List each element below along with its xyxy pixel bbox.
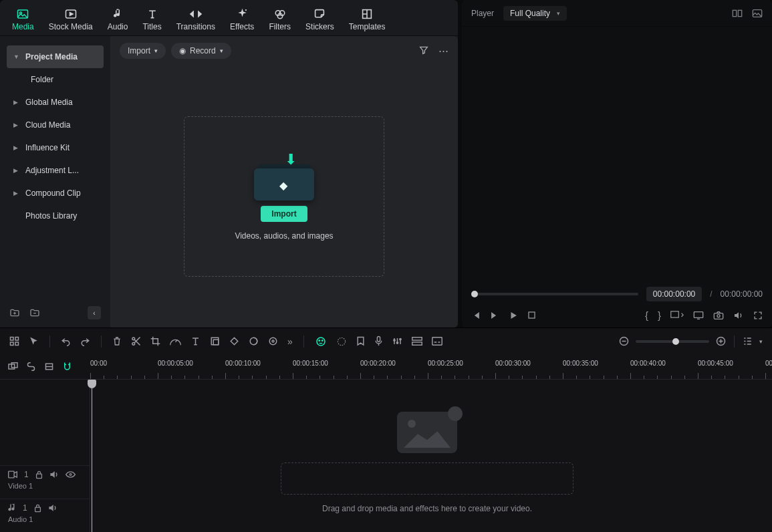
zoom-out-icon[interactable] xyxy=(619,336,629,346)
zoom-in-icon[interactable] xyxy=(716,336,726,346)
nav-tab-label: Titles xyxy=(142,22,161,31)
picture-icon[interactable] xyxy=(752,9,763,18)
import-dropdown[interactable]: Import ▾ xyxy=(120,43,166,59)
text-tool-icon[interactable] xyxy=(190,336,201,346)
sidebar-item-folder[interactable]: Folder xyxy=(7,68,104,91)
new-folder-icon[interactable] xyxy=(9,307,20,318)
zoom-slider[interactable] xyxy=(636,340,709,343)
tracks-icon[interactable] xyxy=(412,337,422,346)
step-forward-icon[interactable] xyxy=(490,311,499,320)
svg-rect-43 xyxy=(9,471,14,478)
mark-in-icon[interactable]: { xyxy=(645,309,648,321)
ai-tool-icon[interactable] xyxy=(315,336,327,348)
selection-tool-icon[interactable] xyxy=(29,336,39,346)
compare-view-icon[interactable] xyxy=(732,9,743,18)
sticker-icon xyxy=(313,7,326,21)
fullscreen-icon[interactable] xyxy=(753,311,763,320)
timeline-ruler[interactable]: 00:0000:00:05:0000:00:10:0000:00:15:0000… xyxy=(90,354,772,379)
collapse-sidebar-button[interactable]: ‹ xyxy=(88,306,101,319)
text-icon xyxy=(147,7,158,21)
sidebar-item-cloud-media[interactable]: ▶Cloud Media xyxy=(7,114,104,136)
marker-icon[interactable] xyxy=(356,336,365,347)
chevron-down-icon: ▾ xyxy=(220,47,223,54)
nav-tab-media[interactable]: Media xyxy=(5,4,41,35)
nav-tab-stock-media[interactable]: Stock Media xyxy=(42,4,100,35)
nav-tab-stickers[interactable]: Stickers xyxy=(299,4,341,35)
ruler-label: 00:00:25:00 xyxy=(428,360,463,367)
import-dropzone[interactable]: ◆ ⬇ Import Videos, audios, and images xyxy=(184,116,384,277)
lock-icon[interactable] xyxy=(34,504,41,513)
undo-icon[interactable] xyxy=(61,336,71,346)
color-icon[interactable] xyxy=(249,336,259,346)
svg-rect-19 xyxy=(15,342,19,346)
mute-icon[interactable] xyxy=(48,504,57,512)
nav-tab-effects[interactable]: Effects xyxy=(223,4,261,35)
music-icon xyxy=(113,7,122,21)
mute-icon[interactable] xyxy=(49,471,59,479)
record-label: Record xyxy=(190,46,216,55)
svg-rect-13 xyxy=(694,311,702,317)
mark-out-icon[interactable]: } xyxy=(658,309,661,321)
lock-icon[interactable] xyxy=(35,471,43,479)
more-tools-icon[interactable]: » xyxy=(287,336,293,347)
timeline-add-media-thumb[interactable]: + xyxy=(397,412,457,453)
chevron-down-icon[interactable]: ▾ xyxy=(759,338,763,345)
monitor-icon[interactable] xyxy=(693,311,704,320)
player-quality-select[interactable]: Full Quality ▾ xyxy=(503,6,567,21)
adjust-icon[interactable] xyxy=(268,336,278,346)
render-icon[interactable] xyxy=(336,336,347,347)
nav-tab-label: Media xyxy=(12,22,34,31)
nav-tab-transitions[interactable]: Transitions xyxy=(170,4,222,35)
import-button[interactable]: Import xyxy=(261,206,307,222)
svg-rect-11 xyxy=(529,312,535,318)
sidebar-item-photos-library[interactable]: Photos Library xyxy=(7,205,104,227)
record-dropdown[interactable]: ◉ Record ▾ xyxy=(171,43,231,59)
nav-tab-audio[interactable]: Audio xyxy=(101,4,135,35)
nav-tab-label: Stock Media xyxy=(49,22,93,31)
crop-icon[interactable] xyxy=(150,336,160,346)
nav-tab-titles[interactable]: Titles xyxy=(136,4,168,35)
tl-magnet-icon[interactable] xyxy=(62,362,72,372)
mic-icon[interactable] xyxy=(374,336,383,347)
audio-mixer-icon[interactable] xyxy=(392,336,402,346)
keyframe-icon[interactable] xyxy=(229,336,239,346)
svg-rect-44 xyxy=(36,474,41,479)
redo-icon[interactable] xyxy=(80,336,90,346)
sidebar-item-label: Compound Clip xyxy=(25,188,81,198)
remove-folder-icon[interactable] xyxy=(29,307,40,318)
split-icon[interactable] xyxy=(131,336,141,346)
timeline-view-icon[interactable] xyxy=(743,336,753,346)
speed-icon[interactable] xyxy=(170,337,181,346)
delete-icon[interactable] xyxy=(112,336,122,346)
sidebar-item-compound-clip[interactable]: ▶Compound Clip xyxy=(7,182,104,205)
play-icon[interactable] xyxy=(509,311,518,320)
filter-icon[interactable] xyxy=(418,45,429,57)
timeline-canvas[interactable]: + Drag and drop media and effects here t… xyxy=(90,380,772,532)
stop-icon[interactable] xyxy=(527,311,536,319)
sidebar-item-adjustment-l-[interactable]: ▶Adjustment L... xyxy=(7,159,104,182)
eye-icon[interactable] xyxy=(66,471,76,479)
tl-link-icon[interactable] xyxy=(26,362,36,371)
volume-icon[interactable] xyxy=(733,311,744,320)
sidebar-item-label: Influence Kit xyxy=(25,143,70,152)
chevron-right-icon: ▼ xyxy=(13,53,20,60)
sidebar-item-global-media[interactable]: ▶Global Media xyxy=(7,91,104,114)
sidebar-item-influence-kit[interactable]: ▶Influence Kit xyxy=(7,136,104,159)
tl-lock-ratio-icon[interactable] xyxy=(44,362,54,371)
nav-tab-templates[interactable]: Templates xyxy=(342,4,392,35)
snapshot-icon[interactable] xyxy=(713,311,724,320)
tl-overlap-icon[interactable] xyxy=(8,362,18,371)
aspect-dropdown-icon[interactable] xyxy=(670,311,684,320)
sidebar-item-project-media[interactable]: ▼Project Media xyxy=(7,45,104,68)
player-scrubber[interactable] xyxy=(471,293,638,295)
mask-icon[interactable] xyxy=(210,336,220,346)
nav-tab-label: Transitions xyxy=(176,22,215,31)
image-icon xyxy=(17,7,29,21)
step-back-icon[interactable] xyxy=(471,311,481,320)
grid-tool-icon[interactable] xyxy=(9,336,19,346)
nav-tab-filters[interactable]: Filters xyxy=(262,4,297,35)
timeline-dropzone[interactable] xyxy=(281,462,573,495)
more-icon[interactable]: ⋯ xyxy=(438,45,448,57)
svg-point-26 xyxy=(272,340,274,342)
subtitle-icon[interactable] xyxy=(432,337,442,346)
